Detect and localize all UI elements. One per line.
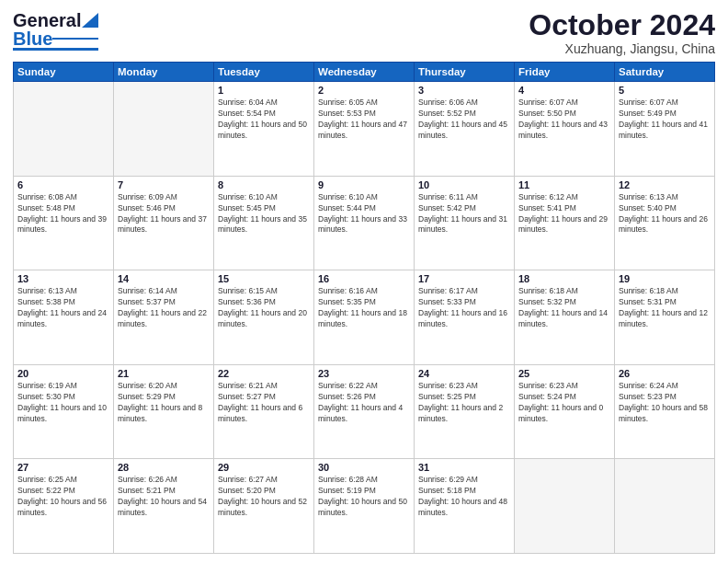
day-number: 9 — [318, 179, 410, 190]
day-info: Sunrise: 6:04 AM Sunset: 5:54 PM Dayligh… — [218, 98, 310, 142]
week-row-1: 1Sunrise: 6:04 AM Sunset: 5:54 PM Daylig… — [14, 82, 715, 177]
day-number: 3 — [418, 85, 510, 96]
calendar-cell — [14, 82, 114, 177]
day-info: Sunrise: 6:16 AM Sunset: 5:35 PM Dayligh… — [318, 286, 410, 330]
day-number: 10 — [418, 179, 510, 190]
day-number: 18 — [518, 273, 610, 284]
logo-block: General Blue — [13, 9, 98, 51]
calendar-cell: 13Sunrise: 6:13 AM Sunset: 5:38 PM Dayli… — [14, 270, 114, 365]
day-info: Sunrise: 6:17 AM Sunset: 5:33 PM Dayligh… — [418, 286, 510, 330]
calendar-cell: 6Sunrise: 6:08 AM Sunset: 5:48 PM Daylig… — [14, 176, 114, 270]
day-number: 16 — [318, 273, 410, 284]
day-info: Sunrise: 6:26 AM Sunset: 5:21 PM Dayligh… — [118, 475, 210, 519]
day-number: 8 — [218, 179, 310, 190]
day-info: Sunrise: 6:13 AM Sunset: 5:40 PM Dayligh… — [619, 192, 711, 236]
page: General Blue October 2024 Xuzhuang, Jian… — [0, 0, 728, 563]
day-header-friday: Friday — [515, 63, 615, 82]
day-number: 28 — [118, 462, 210, 473]
calendar-cell — [114, 82, 214, 177]
day-number: 6 — [17, 179, 109, 190]
day-info: Sunrise: 6:05 AM Sunset: 5:53 PM Dayligh… — [318, 98, 410, 142]
calendar-header: SundayMondayTuesdayWednesdayThursdayFrid… — [14, 63, 715, 82]
location: Xuzhuang, Jiangsu, China — [529, 41, 715, 56]
day-info: Sunrise: 6:20 AM Sunset: 5:29 PM Dayligh… — [118, 381, 210, 425]
logo-triangle-icon — [82, 9, 98, 28]
day-info: Sunrise: 6:23 AM Sunset: 5:24 PM Dayligh… — [518, 381, 610, 425]
calendar-cell: 30Sunrise: 6:28 AM Sunset: 5:19 PM Dayli… — [314, 459, 415, 554]
calendar-cell: 9Sunrise: 6:10 AM Sunset: 5:44 PM Daylig… — [314, 176, 415, 270]
calendar-cell: 2Sunrise: 6:05 AM Sunset: 5:53 PM Daylig… — [314, 82, 415, 177]
day-header-monday: Monday — [114, 63, 214, 82]
day-number: 21 — [118, 368, 210, 379]
day-number: 17 — [418, 273, 510, 284]
day-header-wednesday: Wednesday — [314, 63, 415, 82]
day-info: Sunrise: 6:23 AM Sunset: 5:25 PM Dayligh… — [418, 381, 510, 425]
calendar-cell: 24Sunrise: 6:23 AM Sunset: 5:25 PM Dayli… — [415, 364, 515, 459]
calendar-cell: 1Sunrise: 6:04 AM Sunset: 5:54 PM Daylig… — [214, 82, 314, 177]
day-number: 7 — [118, 179, 210, 190]
day-number: 4 — [518, 85, 610, 96]
day-info: Sunrise: 6:09 AM Sunset: 5:46 PM Dayligh… — [118, 192, 210, 236]
day-number: 13 — [17, 273, 109, 284]
day-info: Sunrise: 6:07 AM Sunset: 5:49 PM Dayligh… — [619, 98, 711, 142]
calendar-cell: 4Sunrise: 6:07 AM Sunset: 5:50 PM Daylig… — [515, 82, 615, 177]
day-number: 15 — [218, 273, 310, 284]
week-row-2: 6Sunrise: 6:08 AM Sunset: 5:48 PM Daylig… — [14, 176, 715, 270]
logo-underline — [52, 38, 98, 40]
day-info: Sunrise: 6:27 AM Sunset: 5:20 PM Dayligh… — [218, 475, 310, 519]
week-row-3: 13Sunrise: 6:13 AM Sunset: 5:38 PM Dayli… — [14, 270, 715, 365]
day-info: Sunrise: 6:25 AM Sunset: 5:22 PM Dayligh… — [17, 475, 109, 519]
day-info: Sunrise: 6:13 AM Sunset: 5:38 PM Dayligh… — [17, 286, 109, 330]
calendar-cell: 5Sunrise: 6:07 AM Sunset: 5:49 PM Daylig… — [615, 82, 715, 177]
day-info: Sunrise: 6:19 AM Sunset: 5:30 PM Dayligh… — [17, 381, 109, 425]
header-row: SundayMondayTuesdayWednesdayThursdayFrid… — [14, 63, 715, 82]
calendar-cell: 12Sunrise: 6:13 AM Sunset: 5:40 PM Dayli… — [615, 176, 715, 270]
calendar-cell: 20Sunrise: 6:19 AM Sunset: 5:30 PM Dayli… — [14, 364, 114, 459]
day-info: Sunrise: 6:11 AM Sunset: 5:42 PM Dayligh… — [418, 192, 510, 236]
calendar-cell — [515, 459, 615, 554]
calendar-cell — [615, 459, 715, 554]
calendar-cell: 16Sunrise: 6:16 AM Sunset: 5:35 PM Dayli… — [314, 270, 415, 365]
calendar-table: SundayMondayTuesdayWednesdayThursdayFrid… — [13, 62, 715, 554]
day-info: Sunrise: 6:14 AM Sunset: 5:37 PM Dayligh… — [118, 286, 210, 330]
day-info: Sunrise: 6:10 AM Sunset: 5:44 PM Dayligh… — [318, 192, 410, 236]
day-info: Sunrise: 6:06 AM Sunset: 5:52 PM Dayligh… — [418, 98, 510, 142]
day-number: 5 — [619, 85, 711, 96]
calendar-cell: 3Sunrise: 6:06 AM Sunset: 5:52 PM Daylig… — [415, 82, 515, 177]
day-number: 19 — [619, 273, 711, 284]
day-number: 29 — [218, 462, 310, 473]
day-number: 27 — [17, 462, 109, 473]
day-header-thursday: Thursday — [415, 63, 515, 82]
calendar-cell: 25Sunrise: 6:23 AM Sunset: 5:24 PM Dayli… — [515, 364, 615, 459]
day-info: Sunrise: 6:29 AM Sunset: 5:18 PM Dayligh… — [418, 475, 510, 519]
logo-text-general: General — [13, 11, 81, 29]
day-number: 20 — [17, 368, 109, 379]
calendar-cell: 18Sunrise: 6:18 AM Sunset: 5:32 PM Dayli… — [515, 270, 615, 365]
day-number: 25 — [518, 368, 610, 379]
calendar-cell: 23Sunrise: 6:22 AM Sunset: 5:26 PM Dayli… — [314, 364, 415, 459]
week-row-5: 27Sunrise: 6:25 AM Sunset: 5:22 PM Dayli… — [14, 459, 715, 554]
day-info: Sunrise: 6:18 AM Sunset: 5:32 PM Dayligh… — [518, 286, 610, 330]
calendar-cell: 11Sunrise: 6:12 AM Sunset: 5:41 PM Dayli… — [515, 176, 615, 270]
day-header-saturday: Saturday — [615, 63, 715, 82]
week-row-4: 20Sunrise: 6:19 AM Sunset: 5:30 PM Dayli… — [14, 364, 715, 459]
calendar-cell: 28Sunrise: 6:26 AM Sunset: 5:21 PM Dayli… — [114, 459, 214, 554]
day-number: 11 — [518, 179, 610, 190]
day-number: 30 — [318, 462, 410, 473]
calendar-cell: 27Sunrise: 6:25 AM Sunset: 5:22 PM Dayli… — [14, 459, 114, 554]
day-header-tuesday: Tuesday — [214, 63, 314, 82]
calendar-cell: 8Sunrise: 6:10 AM Sunset: 5:45 PM Daylig… — [214, 176, 314, 270]
day-info: Sunrise: 6:12 AM Sunset: 5:41 PM Dayligh… — [518, 192, 610, 236]
calendar-cell: 7Sunrise: 6:09 AM Sunset: 5:46 PM Daylig… — [114, 176, 214, 270]
day-number: 12 — [619, 179, 711, 190]
calendar-cell: 17Sunrise: 6:17 AM Sunset: 5:33 PM Dayli… — [415, 270, 515, 365]
day-number: 22 — [218, 368, 310, 379]
day-number: 1 — [218, 85, 310, 96]
calendar-body: 1Sunrise: 6:04 AM Sunset: 5:54 PM Daylig… — [14, 82, 715, 554]
day-number: 24 — [418, 368, 510, 379]
calendar-cell: 29Sunrise: 6:27 AM Sunset: 5:20 PM Dayli… — [214, 459, 314, 554]
calendar-cell: 21Sunrise: 6:20 AM Sunset: 5:29 PM Dayli… — [114, 364, 214, 459]
calendar-cell: 14Sunrise: 6:14 AM Sunset: 5:37 PM Dayli… — [114, 270, 214, 365]
day-info: Sunrise: 6:15 AM Sunset: 5:36 PM Dayligh… — [218, 286, 310, 330]
day-number: 2 — [318, 85, 410, 96]
